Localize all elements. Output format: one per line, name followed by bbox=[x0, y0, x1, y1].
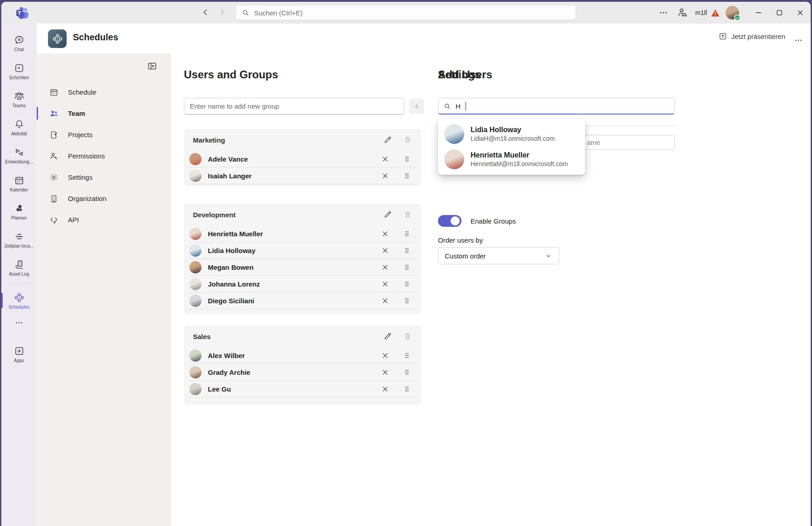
collapse-icon bbox=[147, 61, 158, 72]
add-users-search-input[interactable]: H bbox=[438, 98, 675, 115]
remove-member-icon[interactable] bbox=[381, 246, 389, 255]
remove-member-icon[interactable] bbox=[381, 385, 389, 393]
drag-handle-icon[interactable] bbox=[403, 230, 411, 238]
remove-member-icon[interactable] bbox=[381, 172, 389, 180]
global-search-input[interactable]: Suchen (Ctrl+E) bbox=[235, 5, 576, 20]
sidebar-item-permissions[interactable]: Permissions bbox=[37, 145, 171, 167]
add-group-input[interactable] bbox=[184, 98, 404, 115]
schedules-app-icon bbox=[48, 29, 67, 48]
rail-item-aktivitaet[interactable]: Aktivität bbox=[1, 113, 37, 141]
forward-button[interactable] bbox=[217, 7, 227, 17]
main-content: Users and Groups Marketing Adele Vance bbox=[171, 53, 811, 526]
chevron-down-icon bbox=[544, 252, 553, 260]
rail-item-teams[interactable]: Teams bbox=[1, 85, 37, 113]
sidebar-item-settings[interactable]: Settings bbox=[37, 167, 171, 188]
sidebar-item-organization[interactable]: Organization bbox=[37, 188, 171, 209]
search-icon bbox=[443, 102, 451, 110]
maximize-button[interactable] bbox=[769, 2, 790, 24]
enable-groups-toggle[interactable] bbox=[438, 215, 461, 227]
group-card-sales: Sales Alex Wilber Grady Archie bbox=[184, 325, 421, 405]
member-row: Grady Archie bbox=[188, 364, 417, 381]
rail-item-schedules[interactable]: Schedules bbox=[1, 287, 37, 315]
apps-icon bbox=[14, 345, 25, 357]
shifts-icon bbox=[14, 62, 25, 74]
member-row: Adele Vance bbox=[188, 151, 417, 167]
drag-handle-icon[interactable] bbox=[403, 280, 411, 288]
present-now-button[interactable]: Jetzt präsentieren bbox=[718, 32, 785, 41]
remove-member-icon[interactable] bbox=[381, 296, 389, 305]
remove-member-icon[interactable] bbox=[381, 230, 389, 238]
calendar-icon bbox=[14, 175, 25, 186]
drag-handle-icon[interactable] bbox=[403, 368, 411, 377]
api-icon bbox=[49, 215, 59, 225]
drag-handle-icon[interactable] bbox=[403, 263, 411, 272]
collapse-sidebar-button[interactable] bbox=[147, 61, 158, 72]
rail-item-chat[interactable]: Chat bbox=[1, 29, 37, 57]
plus-icon bbox=[412, 102, 421, 111]
avatar bbox=[189, 153, 202, 165]
suggestion-henrietta-mueller[interactable]: Henrietta Mueller HenriettaM@m1ll.onmicr… bbox=[438, 147, 585, 172]
avatar bbox=[189, 278, 202, 290]
minimize-button[interactable] bbox=[748, 2, 769, 24]
clipboard-icon bbox=[49, 130, 59, 140]
rail-item-planner[interactable]: Planner bbox=[1, 197, 37, 225]
app-header: Schedules Jetzt präsentieren bbox=[37, 24, 811, 53]
developer-icon bbox=[14, 147, 25, 158]
sidebar-item-api[interactable]: API bbox=[37, 209, 171, 230]
titlebar-more-icon[interactable] bbox=[658, 7, 669, 18]
avatar bbox=[444, 124, 464, 144]
remove-member-icon[interactable] bbox=[381, 155, 389, 163]
avatar bbox=[189, 261, 202, 273]
sidebar-item-team[interactable]: Team bbox=[37, 103, 171, 124]
rail-item-entwicklung[interactable]: Entwicklung... bbox=[1, 141, 37, 169]
group-title: Marketing bbox=[193, 136, 383, 144]
warning-icon[interactable] bbox=[711, 8, 720, 18]
order-users-label: Order users by bbox=[438, 236, 483, 244]
edit-group-icon[interactable] bbox=[383, 135, 392, 144]
rail-more-apps-button[interactable] bbox=[1, 315, 37, 331]
user-suggestions-dropdown: Lidia Holloway LidiaH@m1ll.onmicrosoft.c… bbox=[438, 119, 585, 175]
search-placeholder: Suchen (Ctrl+E) bbox=[254, 9, 303, 17]
member-row: Diego Siciliani bbox=[188, 292, 417, 309]
remove-member-icon[interactable] bbox=[381, 368, 389, 377]
rail-item-kalender[interactable]: Kalender bbox=[1, 169, 37, 197]
user-avatar[interactable] bbox=[726, 6, 739, 19]
drag-handle-icon[interactable] bbox=[403, 155, 411, 163]
rail-item-zeitplan[interactable]: Zeitplan loca... bbox=[1, 225, 37, 253]
delete-group-icon[interactable] bbox=[403, 332, 412, 341]
header-more-button[interactable] bbox=[793, 35, 803, 45]
add-group-button[interactable] bbox=[409, 99, 424, 114]
edit-group-icon[interactable] bbox=[383, 332, 392, 341]
close-button[interactable] bbox=[790, 2, 811, 24]
chat-icon bbox=[14, 34, 25, 46]
order-users-select[interactable]: Custom order bbox=[438, 247, 559, 264]
rail-item-asset-log[interactable]: Asset Log bbox=[1, 253, 37, 282]
building-icon bbox=[49, 194, 59, 204]
app-sidebar: Schedule Team Projects Permissions Setti… bbox=[37, 53, 171, 526]
drag-handle-icon[interactable] bbox=[403, 351, 411, 360]
remove-member-icon[interactable] bbox=[381, 263, 389, 272]
member-row: Isaiah Langer bbox=[188, 167, 417, 184]
account-notifications-icon[interactable] bbox=[676, 7, 688, 19]
remove-member-icon[interactable] bbox=[381, 351, 389, 360]
person-key-icon bbox=[49, 151, 59, 161]
edit-group-icon[interactable] bbox=[383, 210, 392, 219]
sidebar-item-projects[interactable]: Projects bbox=[37, 124, 171, 145]
drag-handle-icon[interactable] bbox=[403, 172, 411, 180]
tenant-name[interactable]: m1ll bbox=[695, 9, 707, 16]
search-icon bbox=[241, 9, 250, 17]
suggestion-lidia-holloway[interactable]: Lidia Holloway LidiaH@m1ll.onmicrosoft.c… bbox=[438, 121, 585, 147]
rail-item-schichten[interactable]: Schichten bbox=[1, 57, 37, 85]
rail-item-apps[interactable]: Apps bbox=[1, 340, 37, 368]
drag-handle-icon[interactable] bbox=[403, 246, 411, 255]
page-title: Schedules bbox=[73, 32, 118, 43]
member-row: Alex Wilber bbox=[188, 347, 417, 364]
back-button[interactable] bbox=[201, 7, 211, 17]
sidebar-item-schedule[interactable]: Schedule bbox=[37, 81, 171, 103]
drag-handle-icon[interactable] bbox=[403, 296, 411, 305]
drag-handle-icon[interactable] bbox=[403, 385, 411, 393]
delete-group-icon[interactable] bbox=[403, 135, 412, 144]
avatar bbox=[444, 149, 464, 169]
delete-group-icon[interactable] bbox=[403, 210, 412, 219]
remove-member-icon[interactable] bbox=[381, 280, 389, 288]
